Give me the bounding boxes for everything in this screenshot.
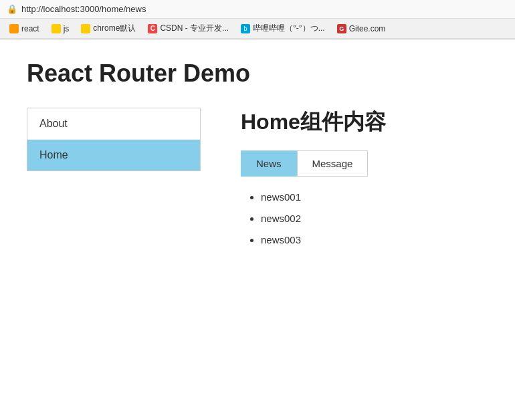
news-item: news003: [261, 230, 488, 250]
lock-icon: 🔒: [7, 4, 17, 14]
page-content: React Router Demo AboutHome Home组件内容 New…: [0, 39, 515, 272]
tab-button[interactable]: News: [241, 150, 297, 177]
bookmark-item[interactable]: js: [47, 23, 74, 35]
left-nav: AboutHome: [27, 108, 201, 171]
nav-item[interactable]: About: [27, 108, 200, 140]
bookmark-label: 哔哩哔哩（°-°）つ...: [253, 23, 325, 34]
bookmark-icon: [81, 24, 90, 33]
bookmark-label: js: [64, 24, 70, 33]
address-bar: 🔒 http://localhost:3000/home/news: [0, 0, 515, 19]
bookmark-icon: G: [337, 24, 346, 33]
bookmark-label: chrome默认: [93, 23, 136, 34]
bookmark-label: react: [21, 24, 39, 33]
bookmark-icon: [9, 24, 19, 33]
bookmarks-bar: reactjschrome默认CCSDN - 专业开发...b哔哩哔哩（°-°）…: [0, 19, 515, 39]
bookmark-icon: b: [241, 24, 250, 33]
nav-item[interactable]: Home: [27, 140, 200, 171]
tab-button[interactable]: Message: [297, 150, 369, 177]
bookmark-item[interactable]: chrome默认: [77, 21, 140, 35]
bookmark-item[interactable]: CCSDN - 专业开发...: [144, 21, 233, 35]
bookmark-icon: C: [148, 24, 157, 33]
news-item: news002: [261, 209, 488, 229]
bookmark-item[interactable]: b哔哩哔哩（°-°）つ...: [237, 21, 329, 35]
page-title: React Router Demo: [27, 60, 488, 88]
component-title: Home组件内容: [241, 108, 488, 137]
news-item: news001: [261, 187, 488, 207]
bookmark-icon: [51, 24, 61, 33]
tabs: NewsMessage: [241, 150, 488, 177]
news-list: news001news002news003: [241, 187, 488, 250]
bookmark-item[interactable]: react: [5, 23, 43, 35]
right-content: Home组件内容 NewsMessage news001news002news0…: [241, 108, 488, 251]
bookmark-label: CSDN - 专业开发...: [160, 23, 229, 34]
browser-chrome: 🔒 http://localhost:3000/home/news reactj…: [0, 0, 515, 39]
url-text: http://localhost:3000/home/news: [21, 4, 146, 14]
bookmark-item[interactable]: GGitee.com: [333, 23, 390, 35]
main-layout: AboutHome Home组件内容 NewsMessage news001ne…: [27, 108, 488, 251]
bookmark-label: Gitee.com: [349, 24, 386, 33]
